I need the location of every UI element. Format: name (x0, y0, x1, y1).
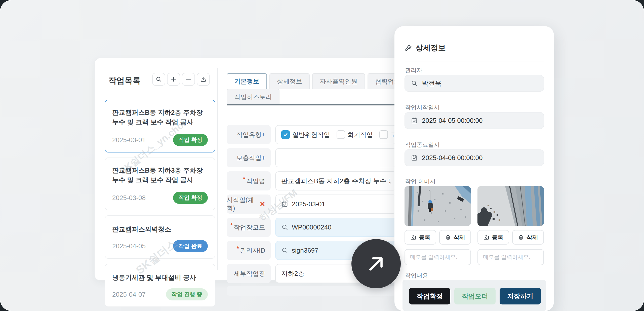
export-button[interactable] (197, 73, 210, 86)
work-photo-2[interactable] (477, 186, 544, 226)
trash-icon (445, 234, 451, 240)
work-end-label: 작업종료일시 (405, 141, 440, 149)
photo1-memo-input[interactable] (410, 254, 465, 260)
work-list-item[interactable]: 판교캠퍼스외벽청소 2025-04-05 작업 완료 (105, 215, 215, 259)
checkbox-general-risk-work[interactable]: 일반위험작업 (281, 130, 330, 139)
search-icon (281, 247, 288, 254)
work-list-toolbar (152, 73, 210, 86)
work-content-label: 작업내용 (405, 272, 428, 280)
search-icon (155, 76, 162, 83)
tab-company-workers[interactable]: 자사출역인원 (312, 73, 365, 89)
work-type-field: 일반위험작업 화기작업 고소작업 (275, 125, 396, 144)
work-item-title: 냉동기세관 및 부대설비 공사 (112, 273, 208, 282)
work-end-value: 2025-04-06 00:00:00 (422, 154, 482, 162)
work-item-title: 판교캠퍼스외벽청소 (112, 224, 208, 234)
field-label-detail-workplace: 세부작업장 (227, 264, 271, 283)
work-start-value: 2025-04-05 00:00:00 (422, 117, 482, 125)
work-order-button[interactable]: 작업오더 (454, 288, 496, 304)
checkbox-label: 화기작업 (348, 131, 373, 139)
required-mark: * (230, 222, 233, 229)
status-badge: 작업 완료 (173, 240, 208, 252)
camera-icon (483, 234, 489, 240)
tab-underline (227, 104, 396, 105)
checkbox-checked-icon (281, 130, 290, 139)
field-label-work-name: * 작업명 (227, 171, 271, 190)
add-work-button[interactable] (167, 73, 180, 86)
expand-cursor-button[interactable] (351, 239, 401, 288)
checkbox-unchecked-icon (337, 130, 345, 139)
supplement-input[interactable] (281, 154, 390, 162)
photo2-register-button[interactable]: 등록 (477, 230, 509, 245)
field-label-work-type: 작업유형+ (227, 125, 271, 144)
photo2-memo-field[interactable] (477, 249, 544, 265)
status-badge: 작업 확정 (173, 192, 208, 204)
screenshot-stage: SK쉴더스 SK쉴더스_yn.choi 히성님/FM 작업목록 (0, 0, 644, 311)
photo1-delete-button[interactable]: 삭제 (439, 230, 471, 245)
work-images-label: 작업 이미지 (405, 178, 435, 185)
calendar-icon (281, 201, 288, 208)
work-item-date: 2025-03-01 (112, 136, 146, 144)
status-badge: 작업 진행 중 (166, 288, 208, 300)
photo2-memo-input[interactable] (483, 254, 538, 260)
status-badge: 작업 확정 (173, 134, 208, 146)
work-name-input[interactable] (281, 177, 390, 185)
supplement-field[interactable] (275, 148, 396, 167)
export-icon (200, 76, 207, 83)
tab-bar-row2: 작업히스토리 (227, 89, 279, 104)
work-list: 판교캠퍼스B동 지하2층 주차장 누수 및 크랙 보수 작업 공사 2025-0… (105, 100, 215, 307)
field-label-start-date: 시작일(계획) ✕ (227, 195, 271, 214)
work-item-date: 2025-04-05 (112, 242, 146, 250)
checkbox-high-place-work[interactable]: 고소작업 (379, 130, 396, 139)
search-button[interactable] (152, 73, 165, 86)
tab-detail-info[interactable]: 상세정보 (269, 73, 310, 89)
required-mark: * (237, 245, 239, 252)
search-icon (281, 224, 288, 231)
photo1-register-button[interactable]: 등록 (405, 230, 436, 245)
manager-value: 박현욱 (422, 79, 441, 88)
workplace-code-input[interactable] (292, 223, 390, 231)
search-icon (411, 80, 418, 87)
tab-work-history[interactable]: 작업히스토리 (227, 89, 279, 104)
start-date-field[interactable] (275, 195, 396, 214)
checkbox-label: 일반위험작업 (292, 131, 330, 139)
work-list-title: 작업목록 (108, 75, 141, 86)
app-background: SK쉴더스 SK쉴더스_yn.choi 히성님/FM 작업목록 (0, 0, 644, 311)
work-item-date: 2025-03-08 (112, 194, 146, 202)
field-label-manager-id: * 관리자ID (227, 241, 271, 260)
save-button[interactable]: 저장하기 (500, 288, 541, 304)
detail-panel-header: 상세정보 (405, 43, 446, 53)
remove-work-button[interactable] (182, 73, 195, 86)
photo2-delete-button[interactable]: 삭제 (512, 230, 544, 245)
checkbox-fire-work[interactable]: 화기작업 (337, 130, 373, 139)
work-start-field[interactable]: 2025-04-05 00:00:00 (405, 112, 544, 129)
manager-label: 관리자 (405, 66, 422, 74)
camera-icon (410, 234, 416, 240)
detail-side-panel: 상세정보 관리자 박현욱 작업시작일시 2025-04-05 00:00:00 … (394, 26, 554, 311)
field-label-workplace-code: * 작업장코드 (227, 218, 271, 237)
work-start-label: 작업시작일시 (405, 104, 440, 111)
wrench-icon (405, 44, 412, 52)
work-item-title: 판교캠퍼스B동 지하2층 주차장 누수 및 크랙 보수 작업 공사 (112, 108, 208, 127)
checkbox-unchecked-icon (379, 130, 388, 139)
work-item-date: 2025-04-07 (112, 291, 146, 298)
work-list-item[interactable]: 판교캠퍼스B동 지하2층 주차장 누수 및 크랙 보수 작업 공사 2025-0… (105, 100, 215, 152)
calendar-icon (411, 117, 418, 124)
confirm-work-button[interactable]: 작업확정 (409, 288, 450, 304)
work-list-item[interactable]: 냉동기세관 및 부대설비 공사 2025-04-07 작업 진행 중 (105, 264, 215, 307)
photo1-memo-field[interactable] (405, 249, 471, 265)
work-name-field[interactable] (275, 171, 396, 190)
workplace-code-field[interactable] (275, 218, 396, 237)
clear-date-button[interactable]: ✕ (260, 200, 265, 208)
calendar-icon (411, 154, 418, 161)
arrow-up-right-icon (365, 252, 388, 275)
start-date-input[interactable] (292, 200, 390, 208)
tab-basic-info[interactable]: 기본정보 (227, 73, 267, 89)
manager-search-field[interactable]: 박현욱 (405, 75, 544, 92)
panel-divider (217, 68, 218, 270)
required-mark: * (243, 176, 245, 183)
work-list-item[interactable]: 판교캠퍼스B동 지하3층 주차장 누수 및 크랙 보수 작업 공사 2025-0… (105, 158, 215, 210)
detail-panel-title: 상세정보 (416, 43, 446, 53)
field-label-supplement: 보충작업+ (227, 148, 271, 167)
work-photo-1[interactable] (405, 186, 471, 226)
work-end-field[interactable]: 2025-04-06 00:00:00 (405, 149, 544, 166)
